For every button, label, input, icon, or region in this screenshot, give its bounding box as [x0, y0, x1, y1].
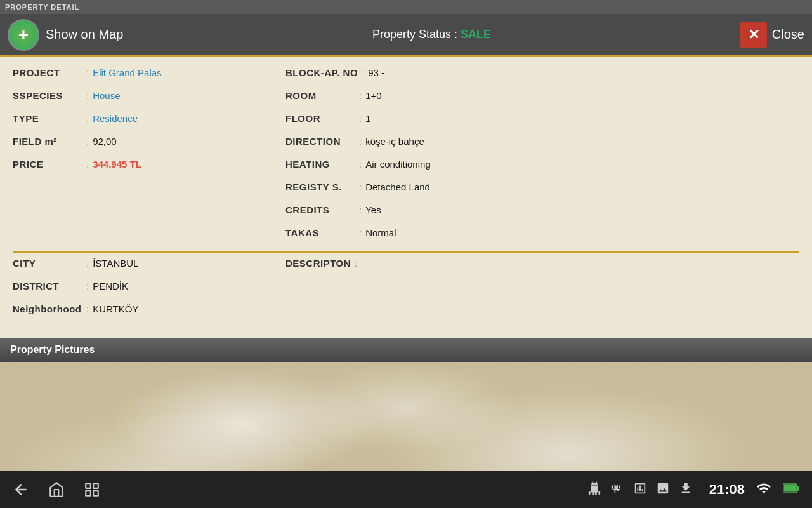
city-label: CITY: [13, 258, 82, 269]
left-label-3: FIELD m²: [13, 136, 82, 147]
right-label-1: ROOM: [285, 90, 355, 101]
right-detail-row-7: TAKAS:Normal: [285, 227, 799, 246]
right-label-2: FLOOR: [285, 113, 355, 124]
property-status: Property Status : SALE: [123, 28, 740, 41]
right-detail-row-6: CREDITS:Yes: [285, 204, 799, 224]
show-on-map-label: Show on Map: [46, 27, 123, 42]
right-value-5: Detached Land: [365, 182, 430, 192]
image-icon: [656, 481, 670, 498]
right-detail-row-4: HEATING:Air conditioning: [285, 159, 799, 178]
right-value-0: 93 -: [368, 67, 384, 78]
right-value-2: 1: [365, 113, 370, 124]
right-label-0: BLOCK-AP. NO: [285, 67, 358, 78]
property-pictures-bar: Property Pictures: [0, 338, 812, 362]
left-detail-row-3: FIELD m²:92,00: [13, 136, 285, 155]
right-value-4: Air conditioning: [365, 159, 431, 170]
district-row: DISTRICT : PENDİK: [13, 281, 285, 300]
descripton-row: DESCRIPTON :: [285, 258, 799, 277]
right-details-col: BLOCK-AP. NO:93 -ROOM:1+0FLOOR:1DIRECTIO…: [285, 67, 799, 246]
right-value-3: köşe-iç bahçe: [365, 136, 424, 147]
left-value-0: Elit Grand Palas: [93, 67, 161, 78]
right-value-7: Normal: [365, 227, 396, 238]
right-detail-row-1: ROOM:1+0: [285, 90, 799, 109]
right-label-6: CREDITS: [285, 204, 355, 215]
property-pictures-label: Property Pictures: [10, 344, 95, 356]
left-value-1: House: [93, 90, 120, 101]
left-details-col: PROJECT:Elit Grand PalasSSPECIES:HouseTY…: [13, 67, 285, 246]
title-bar: PROPERTY DETAIL: [0, 0, 812, 14]
home-button[interactable]: [48, 481, 65, 498]
battery-icon: [783, 483, 799, 497]
left-detail-row-1: SSPECIES:House: [13, 90, 285, 109]
left-value-3: 92,00: [93, 136, 117, 147]
bottom-nav: 21:08: [0, 471, 812, 508]
map-icon: [8, 19, 39, 51]
district-value: PENDİK: [93, 281, 128, 291]
right-label-4: HEATING: [285, 159, 355, 170]
svg-rect-1: [93, 483, 98, 488]
nav-right: 21:08: [587, 481, 799, 499]
details-grid: PROJECT:Elit Grand PalasSSPECIES:HouseTY…: [13, 67, 799, 246]
download-icon: [679, 481, 693, 498]
left-label-4: PRICE: [13, 159, 82, 170]
android-icon: [587, 481, 601, 498]
svg-rect-2: [86, 491, 91, 496]
usb-icon: [610, 481, 624, 498]
svg-rect-6: [784, 485, 796, 491]
location-right: DESCRIPTON :: [285, 258, 799, 323]
left-value-4: 344.945 TL: [93, 159, 141, 170]
left-label-0: PROJECT: [13, 67, 82, 78]
left-detail-row-4: PRICE:344.945 TL: [13, 159, 285, 178]
recents-button[interactable]: [84, 481, 100, 498]
left-label-2: TYPE: [13, 113, 82, 124]
right-value-1: 1+0: [365, 90, 381, 101]
right-detail-row-0: BLOCK-AP. NO:93 -: [285, 67, 799, 86]
descripton-label: DESCRIPTON: [285, 258, 351, 269]
neighborhood-row: Neighborhood : KURTKÖY: [13, 304, 285, 323]
show-on-map-button[interactable]: Show on Map: [8, 19, 123, 51]
gold-divider: [13, 251, 799, 253]
close-label: Close: [772, 27, 804, 42]
status-icons: [587, 481, 693, 498]
right-label-5: REGISTY S.: [285, 182, 355, 192]
property-status-label: Property Status :: [372, 28, 457, 41]
neighborhood-value: KURTKÖY: [93, 304, 138, 314]
close-icon: ✕: [740, 22, 767, 48]
city-value: İSTANBUL: [93, 258, 138, 269]
location-left: CITY : İSTANBUL DISTRICT : PENDİK Neighb…: [13, 258, 285, 323]
close-button[interactable]: ✕ Close: [740, 22, 804, 48]
wifi-icon: [756, 481, 771, 499]
main-content: PROJECT:Elit Grand PalasSSPECIES:HouseTY…: [0, 57, 812, 338]
svg-rect-5: [797, 486, 799, 491]
right-detail-row-3: DIRECTION:köşe-iç bahçe: [285, 136, 799, 155]
right-label-3: DIRECTION: [285, 136, 355, 147]
left-value-2: Residence: [93, 113, 138, 124]
svg-rect-3: [93, 491, 98, 496]
location-grid: CITY : İSTANBUL DISTRICT : PENDİK Neighb…: [13, 258, 799, 323]
back-button[interactable]: [13, 481, 29, 498]
property-status-value: SALE: [461, 28, 491, 41]
right-detail-row-2: FLOOR:1: [285, 113, 799, 132]
left-detail-row-0: PROJECT:Elit Grand Palas: [13, 67, 285, 86]
right-detail-row-5: REGISTY S.:Detached Land: [285, 182, 799, 201]
nav-left: [13, 481, 100, 498]
time-display: 21:08: [709, 481, 745, 498]
left-label-1: SSPECIES: [13, 90, 82, 101]
title-bar-label: PROPERTY DETAIL: [5, 3, 79, 11]
city-row: CITY : İSTANBUL: [13, 258, 285, 277]
svg-rect-0: [86, 483, 91, 488]
right-value-6: Yes: [365, 204, 381, 215]
header: Show on Map Property Status : SALE ✕ Clo…: [0, 14, 812, 57]
district-label: DISTRICT: [13, 281, 82, 291]
chart-icon: [633, 481, 647, 498]
neighborhood-label: Neighborhood: [13, 304, 82, 314]
left-detail-row-2: TYPE:Residence: [13, 113, 285, 132]
right-label-7: TAKAS: [285, 227, 355, 238]
